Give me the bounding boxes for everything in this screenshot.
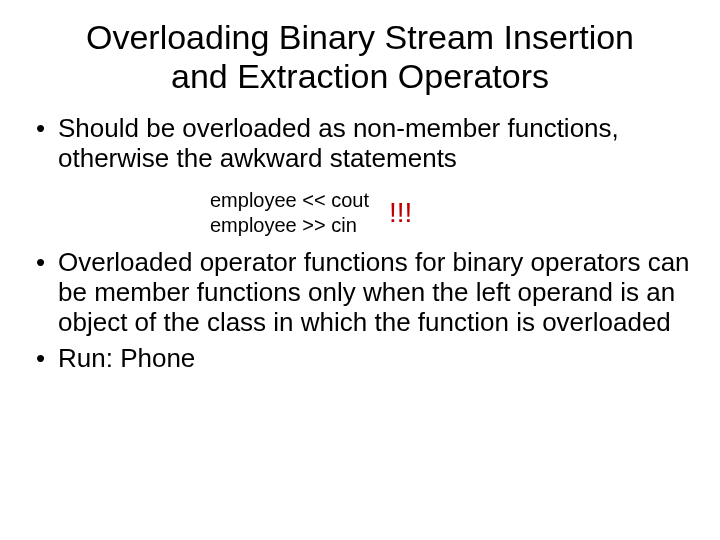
code-line-1: employee << cout [210, 189, 369, 211]
bullet-item-3: Run: Phone [30, 344, 690, 374]
code-block: employee << cout employee >> cin !!! [210, 188, 690, 238]
code-line-2: employee >> cin [210, 214, 357, 236]
bullet-item-2: Overloaded operator functions for binary… [30, 248, 690, 338]
code-lines: employee << cout employee >> cin [210, 188, 369, 238]
slide-body: Should be overloaded as non-member funct… [30, 114, 690, 373]
bullet-list-2: Overloaded operator functions for binary… [30, 248, 690, 374]
slide-title: Overloading Binary Stream Insertion and … [70, 18, 650, 96]
slide: Overloading Binary Stream Insertion and … [0, 0, 720, 540]
bullet-list: Should be overloaded as non-member funct… [30, 114, 690, 174]
exclamation: !!! [389, 195, 412, 230]
bullet-item-1: Should be overloaded as non-member funct… [30, 114, 690, 174]
